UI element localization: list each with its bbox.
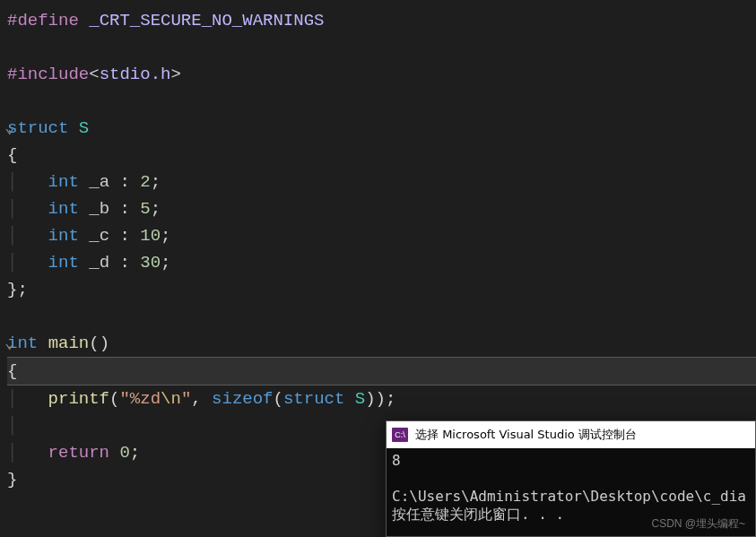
code-line: ⌄int main() xyxy=(7,330,756,357)
code-line: │ int _a : 2; xyxy=(7,169,756,195)
function-call: printf xyxy=(48,389,109,409)
code-line: #include<stdio.h> xyxy=(7,61,756,88)
code-line xyxy=(7,34,756,61)
code-line xyxy=(7,303,756,330)
code-editor[interactable]: #define _CRT_SECURE_NO_WARNINGS #include… xyxy=(0,0,756,493)
watermark: CSDN @埋头编程~ xyxy=(651,516,745,532)
macro-name: _CRT_SECURE_NO_WARNINGS xyxy=(89,11,324,30)
directive: #define xyxy=(7,11,79,30)
keyword: struct xyxy=(7,118,68,138)
directive: #include xyxy=(7,65,89,84)
code-line: │ int _b : 5; xyxy=(7,195,756,222)
vs-icon: C:\ xyxy=(392,428,408,442)
fold-marker-icon[interactable]: ⌄ xyxy=(4,330,14,357)
console-title: 选择 Microsoft Visual Studio 调试控制台 xyxy=(415,427,637,443)
code-line: │ printf("%zd\n", sizeof(struct S)); xyxy=(7,385,756,412)
code-line-current: { xyxy=(7,357,756,385)
code-line: │ int _c : 10; xyxy=(7,222,756,249)
code-line: { xyxy=(7,142,756,169)
console-titlebar[interactable]: C:\ 选择 Microsoft Visual Studio 调试控制台 xyxy=(387,421,755,448)
code-line: #define _CRT_SECURE_NO_WARNINGS xyxy=(7,7,756,34)
return-keyword: return xyxy=(48,443,109,463)
code-line: ⌄struct S xyxy=(7,115,756,142)
fold-marker-icon[interactable]: ⌄ xyxy=(4,115,14,142)
code-line: }; xyxy=(7,276,756,303)
function-name: main xyxy=(48,333,90,353)
console-output: 8 C:\Users\Administrator\Desktop\code\c_… xyxy=(387,448,755,527)
type-name: S xyxy=(79,118,89,138)
code-line: │ int _d : 30; xyxy=(7,249,756,276)
code-line xyxy=(7,88,756,115)
